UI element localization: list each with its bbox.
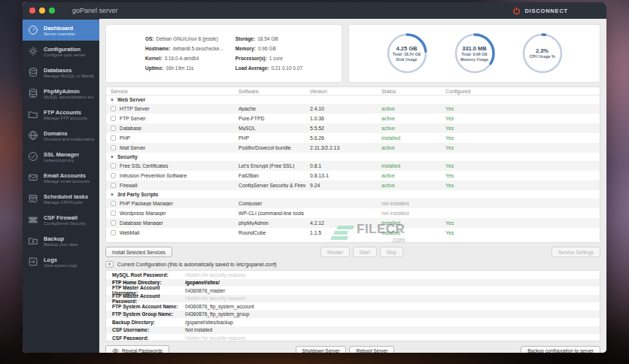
gauge-sublabel: Memory Usage [460, 57, 488, 62]
sidebar-item-domains[interactable]: DomainsDomains and subdomains [23, 125, 99, 146]
service-row-php[interactable]: PHPPHP5.6.26installedYes [106, 133, 600, 143]
service-checkbox[interactable] [111, 116, 116, 121]
service-software: RoundCube [234, 230, 305, 235]
config-collapse-button[interactable]: ▾ [105, 261, 114, 268]
usage-gauge: 331.0 MBTotal: 0.96 GBMemory Usage [453, 32, 497, 75]
service-row-database-manager[interactable]: Database ManagerphpMyAdmin4.2.12installe… [106, 218, 600, 228]
service-checkbox[interactable] [111, 145, 116, 150]
service-row-php-package-manager[interactable]: PHP Package ManagerComposernot installed [106, 199, 600, 208]
calendar-grid-icon [28, 193, 39, 205]
sidebar-item-ftp-accounts[interactable]: FTP AccountsManage FTP accounts [23, 104, 99, 125]
config-row-backup-directory[interactable]: Backup Directory:/gopanel/sites/backup [106, 318, 600, 326]
service-version: 5.5.52 [305, 126, 377, 131]
sidebar-item-email-accounts[interactable]: Email AccountsManage email accounts [23, 167, 99, 188]
gauge-label: CPU Usage % [529, 54, 555, 59]
service-checkbox[interactable] [111, 106, 116, 111]
service-status: active [377, 126, 441, 131]
chevron-down-icon[interactable]: ▼ [110, 98, 114, 102]
config-row-ftp-system-group-name[interactable]: FTP System Group Name:04360876_ftp_syste… [106, 311, 600, 319]
folder-icon [28, 109, 39, 120]
service-checkbox[interactable] [111, 135, 116, 141]
reveal-passwords-button[interactable]: Reveal Passwords [105, 345, 169, 353]
sidebar-item-dashboard[interactable]: DashboardServer overview [23, 20, 99, 41]
service-row-free-ssl-certificates[interactable]: Free SSL CertificatesLet's Encrypt (Free… [106, 161, 600, 171]
disconnect-button[interactable]: DISCONNECT [512, 7, 568, 15]
service-status: installed [377, 220, 441, 226]
service-checkbox[interactable] [111, 220, 116, 226]
zoom-button[interactable] [49, 8, 55, 14]
main-content: OS:Debian GNU/Linux 8 (jessie)Hostname:d… [99, 19, 606, 353]
service-group-row[interactable]: ▼Web Server [106, 96, 600, 104]
install-selected-services-button[interactable]: Install Selected Services [105, 247, 172, 257]
config-row-csf-password[interactable]: CSF Password:Hidden for security reasons [106, 334, 600, 341]
service-row-mail-server[interactable]: Mail ServerPostfix/Dovecot bundle2.11.3/… [106, 143, 600, 153]
sidebar-item-label: Logs [44, 256, 77, 263]
gauge-value: 331.0 MB [462, 45, 487, 52]
config-value: /gopanel/sites/backup [185, 320, 233, 325]
sidebar-item-label: Domains [44, 130, 94, 137]
sidebar-item-scheduled-tasks[interactable]: Scheduled tasksManage CRON jobs [23, 188, 99, 209]
sidebar-item-logs[interactable]: LogsView system logs [23, 251, 99, 272]
start-button[interactable]: Start [353, 247, 377, 257]
services-table: ServiceSoftwareVersionStatusConfigured ▼… [105, 86, 600, 243]
chevron-down-icon[interactable]: ▼ [110, 155, 114, 159]
service-row-ftp-server[interactable]: FTP ServerPure-FTPD1.0.36activeYes [106, 114, 600, 123]
sidebar-item-backup[interactable]: BackupBackup your data [23, 230, 99, 251]
sidebar-item-sublabel: Manage email accounts [44, 179, 90, 184]
sidebar-item-sublabel: Server overview [44, 32, 75, 36]
service-checkbox[interactable] [111, 211, 116, 216]
service-checkbox[interactable] [111, 183, 116, 188]
service-row-http-server[interactable]: HTTP ServerApache2.4.10activeYes [106, 104, 600, 114]
chevron-down-icon[interactable]: ▼ [110, 193, 114, 197]
sidebar-item-databases[interactable]: DatabasesManage MySQL or MariaDB [23, 62, 99, 83]
close-button[interactable] [29, 8, 35, 14]
service-status: active [377, 106, 441, 111]
config-row-csf-username[interactable]: CSF Username:Not installed [106, 326, 600, 335]
envelope-icon [28, 172, 39, 184]
service-version: 2.11.3/2.2.13 [305, 145, 377, 150]
reboot-server-button[interactable]: Reboot Server [349, 346, 394, 353]
stop-button[interactable]: Stop [380, 247, 403, 257]
logs-arrow-icon [28, 256, 39, 268]
service-row-wordpress-manager[interactable]: Wordpress ManagerWP-CLI (command-line to… [106, 208, 600, 218]
sidebar-item-configuration[interactable]: ConfigurationConfigure your server [23, 41, 99, 62]
service-row-database[interactable]: DatabaseMySQL5.5.52activeYes [106, 123, 600, 133]
column-header-status: Status [377, 89, 441, 94]
service-group-row[interactable]: ▼3rd Party Scripts [106, 190, 600, 199]
service-name: Mail Server [120, 145, 145, 150]
shield-check-icon [28, 151, 39, 162]
service-software: PHP [234, 135, 305, 141]
service-checkbox[interactable] [111, 163, 116, 168]
service-checkbox[interactable] [111, 201, 116, 206]
title-bar: goPanel server DISCONNECT [23, 2, 606, 19]
column-header-service: Service [106, 89, 234, 94]
service-row-firewall[interactable]: FirewallConfigServer Security & Firewall… [106, 180, 600, 190]
minimize-button[interactable] [39, 8, 45, 14]
service-status: installed [377, 230, 441, 235]
config-row-ftp-system-account-name[interactable]: FTP System Account Name:04360876_ftp_sys… [106, 302, 600, 311]
service-checkbox[interactable] [111, 230, 116, 235]
service-name: HTTP Server [120, 106, 150, 111]
service-settings-button[interactable]: Service Settings [552, 247, 600, 257]
service-row-intrusion-prevention-software[interactable]: Intrusion Prevention SoftwareFail2Ban0.8… [106, 171, 600, 180]
service-checkbox[interactable] [111, 126, 116, 131]
config-row-mysql-root-password[interactable]: MySQL Root Password:Hidden for security … [106, 271, 600, 279]
config-label: FTP System Account Name: [112, 304, 185, 309]
service-software: Postfix/Dovecot bundle [234, 145, 305, 150]
service-group-row[interactable]: ▼Security [106, 153, 600, 161]
sidebar-item-label: PhpMyAdmin [44, 88, 94, 95]
service-checkbox[interactable] [111, 173, 116, 178]
server-info-left: OS:Debian GNU/Linux 8 (jessie)Hostname:d… [145, 36, 223, 71]
shutdown-server-button[interactable]: Shutdown Server [296, 346, 347, 353]
service-version: 9.24 [305, 183, 377, 188]
sidebar-item-ssl-manager[interactable]: SSL ManagerLetsencrypt.org [23, 146, 99, 167]
restart-button[interactable]: Restart [321, 247, 350, 257]
backup-configuration-button[interactable]: Backup configuration to server [521, 346, 600, 353]
service-name: Firewall [120, 183, 137, 188]
service-configured: Yes [441, 126, 600, 131]
config-row-ftp-master-account-password[interactable]: FTP Master Account Password:Hidden for s… [106, 295, 600, 303]
sidebar-item-phpmyadmin[interactable]: PhpMyAdminMySQL administration tool [23, 83, 99, 104]
config-value: Not installed [185, 327, 212, 332]
sidebar-item-csf-firewall[interactable]: CSF FirewallConfigServer Security [23, 209, 99, 230]
service-row-webmail[interactable]: WebMailRoundCube1.1.5installedYes [106, 228, 600, 238]
